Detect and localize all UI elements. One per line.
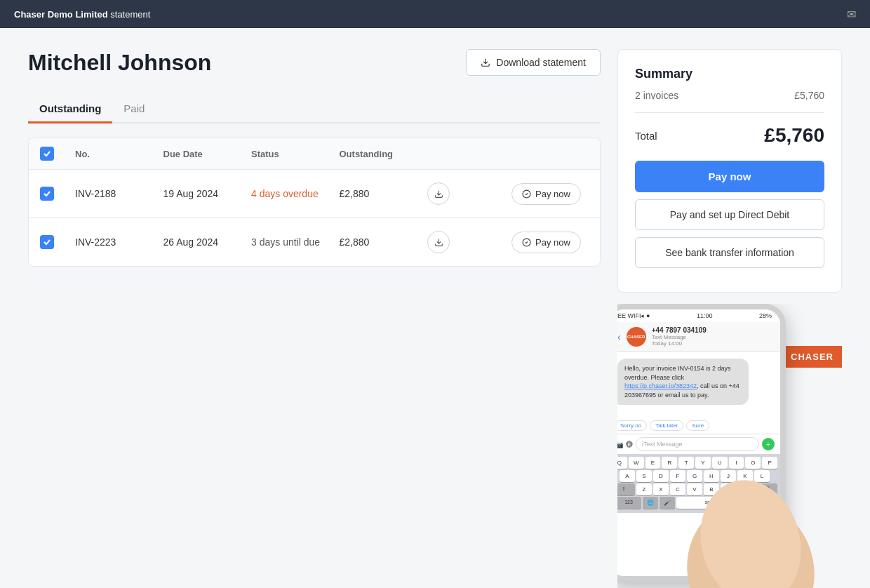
key-a[interactable]: A xyxy=(620,470,635,482)
key-c[interactable]: C xyxy=(670,483,685,495)
key-mic[interactable]: 🎤 xyxy=(660,497,675,509)
row2-checkbox-cell xyxy=(40,235,75,249)
key-v[interactable]: V xyxy=(687,483,702,495)
key-i[interactable]: I xyxy=(729,457,744,469)
select-all-checkbox[interactable] xyxy=(40,147,54,161)
status-header: Status xyxy=(251,149,340,159)
quick-reply-sorry[interactable]: Sorry no xyxy=(617,420,647,431)
download-icon xyxy=(434,189,443,199)
key-m[interactable]: M xyxy=(737,483,753,495)
row2-invoice-no: INV-2223 xyxy=(75,236,163,248)
phone-illustration: CHASER EE WIFI◂ ● 11:00 28% ‹ CHASER xyxy=(617,304,842,588)
phone-send-button[interactable]: + xyxy=(762,438,775,450)
key-backspace[interactable]: ⌫ xyxy=(754,483,777,495)
key-w[interactable]: W xyxy=(629,457,644,469)
total-label: Total xyxy=(635,130,657,142)
input-placeholder: iText Message xyxy=(642,441,683,448)
key-r[interactable]: R xyxy=(662,457,677,469)
key-p[interactable]: P xyxy=(762,457,777,469)
pay-now-button[interactable]: Pay now xyxy=(635,161,824,192)
key-y[interactable]: Y xyxy=(695,457,711,469)
phone-mockup: EE WIFI◂ ● 11:00 28% ‹ CHASER +44 7897 0… xyxy=(617,304,786,582)
key-shift[interactable]: ⇧ xyxy=(617,483,635,495)
row2-download-button[interactable] xyxy=(427,231,450,253)
phone-chat-header: ‹ CHASER +44 7897 034109 Text MessageTod… xyxy=(617,322,780,352)
email-icon[interactable]: ✉ xyxy=(847,8,856,21)
phone-screen: EE WIFI◂ ● 11:00 28% ‹ CHASER +44 7897 0… xyxy=(617,309,780,576)
key-s[interactable]: S xyxy=(636,470,652,482)
key-j[interactable]: J xyxy=(721,470,736,482)
summary-title: Summary xyxy=(635,67,824,81)
row2-outstanding: £2,880 xyxy=(340,236,428,248)
phone-status-bar: EE WIFI◂ ● 11:00 28% xyxy=(617,309,780,322)
topbar: Chaser Demo Limited statement ✉ xyxy=(0,0,870,28)
key-n[interactable]: N xyxy=(721,483,736,495)
key-123[interactable]: 123 xyxy=(617,497,641,509)
quick-reply-talklater[interactable]: Talk later xyxy=(650,420,683,431)
quick-reply-sure[interactable]: Sure xyxy=(686,420,709,431)
row1-due-date: 19 Aug 2024 xyxy=(163,188,252,199)
due-date-header: Due Date xyxy=(163,149,252,159)
invoice-count: 2 invoices xyxy=(635,90,678,101)
tab-outstanding[interactable]: Outstanding xyxy=(28,95,112,123)
phone-contact-name: +44 7897 034109 xyxy=(652,326,772,334)
key-z[interactable]: Z xyxy=(636,483,652,495)
no-header: No. xyxy=(75,149,163,159)
key-t[interactable]: T xyxy=(678,457,694,469)
chaser-logo: CHASER xyxy=(782,346,842,368)
message-link: https://p.chaser.io/382342 xyxy=(624,382,697,389)
key-g[interactable]: G xyxy=(687,470,702,482)
phone-text-input[interactable]: iText Message xyxy=(636,437,759,451)
summary-invoice-row: 2 invoices £5,760 xyxy=(635,90,824,113)
quick-replies: Sorry no Talk later Sure xyxy=(617,417,780,434)
main-content: Mitchell Johnson Download statement Outs… xyxy=(28,49,601,588)
row2-status: 3 days until due xyxy=(251,236,340,248)
row1-pay-label: Pay now xyxy=(535,189,570,199)
tab-paid[interactable]: Paid xyxy=(112,95,156,123)
outstanding-header: Outstanding xyxy=(340,149,428,159)
key-d[interactable]: D xyxy=(653,470,669,482)
back-chevron-icon: ‹ xyxy=(617,331,621,342)
row1-checkbox[interactable] xyxy=(40,187,54,201)
download-icon xyxy=(481,58,490,67)
download-statement-button[interactable]: Download statement xyxy=(466,49,601,76)
download-btn-label: Download statement xyxy=(496,57,586,68)
tab-bar: Outstanding Paid xyxy=(28,95,601,123)
key-f[interactable]: F xyxy=(670,470,685,482)
table-row: INV-2223 26 Aug 2024 3 days until due £2… xyxy=(29,218,600,266)
key-space[interactable]: space xyxy=(676,497,747,509)
row1-invoice-no: INV-2188 xyxy=(75,188,163,199)
row2-due-date: 26 Aug 2024 xyxy=(163,236,252,248)
key-e[interactable]: E xyxy=(645,457,661,469)
key-o[interactable]: O xyxy=(745,457,761,469)
row1-pay-button[interactable]: Pay now xyxy=(511,183,581,205)
key-l[interactable]: L xyxy=(754,470,770,482)
topbar-title: Chaser Demo Limited statement xyxy=(14,9,150,20)
keyboard-row-2: ASDFGHJKL xyxy=(617,470,777,482)
summary-card: Summary 2 invoices £5,760 Total £5,760 P… xyxy=(617,49,842,293)
key-k[interactable]: K xyxy=(737,470,753,482)
row1-status: 4 days overdue xyxy=(251,188,340,199)
phone-contact-info: +44 7897 034109 Text MessageToday 14:00 xyxy=(652,326,772,347)
row1-download-button[interactable] xyxy=(427,182,450,205)
table-row: INV-2188 19 Aug 2024 4 days overdue £2,8… xyxy=(29,170,600,218)
key-u[interactable]: U xyxy=(712,457,728,469)
sidebar: Summary 2 invoices £5,760 Total £5,760 P… xyxy=(617,49,842,588)
row2-pay-button[interactable]: Pay now xyxy=(511,232,581,253)
message-bubble: Hello, your invoice INV-0154 is 2 days o… xyxy=(617,359,749,405)
row2-actions xyxy=(427,231,511,253)
avatar-label: CHASER xyxy=(627,335,645,339)
circle-check-icon xyxy=(522,238,531,247)
key-globe[interactable]: 🌐 xyxy=(643,497,658,509)
row2-checkbox[interactable] xyxy=(40,235,54,249)
row1-pay-cell: Pay now xyxy=(511,183,589,205)
key-h[interactable]: H xyxy=(704,470,719,482)
key-b[interactable]: B xyxy=(704,483,719,495)
key-q[interactable]: Q xyxy=(617,457,627,469)
phone-message-meta: Text MessageToday 14:00 xyxy=(652,334,772,347)
bank-info-button[interactable]: See bank transfer information xyxy=(635,237,824,268)
phone-message-area: Hello, your invoice INV-0154 is 2 days o… xyxy=(617,352,780,417)
key-return[interactable]: return xyxy=(748,497,773,509)
key-x[interactable]: X xyxy=(653,483,669,495)
direct-debit-button[interactable]: Pay and set up Direct Debit xyxy=(635,199,824,230)
